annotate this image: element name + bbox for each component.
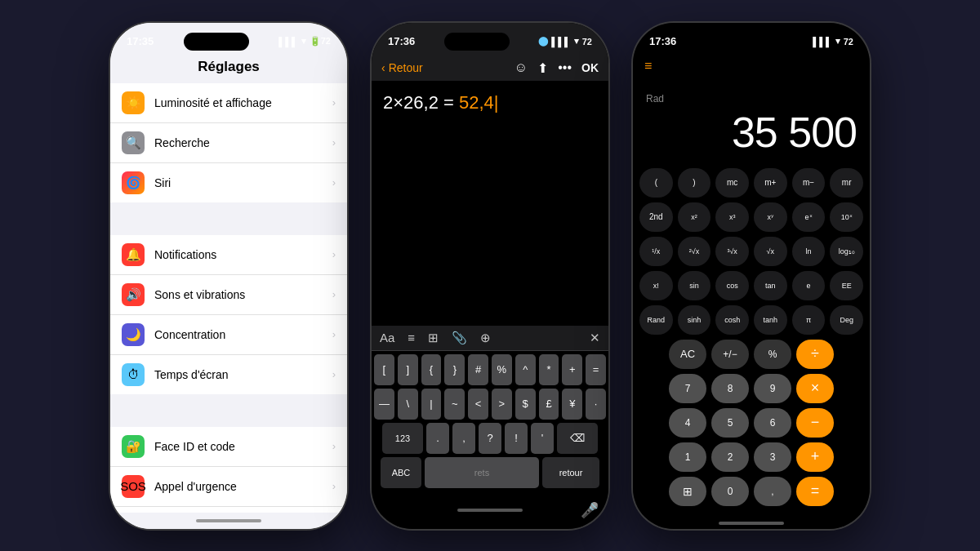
emoji-icon[interactable]: ☺ [514,60,528,75]
ok-button[interactable]: OK [581,61,599,74]
calc-btn-ex[interactable]: eˣ [792,202,826,232]
calc-btn-percent[interactable]: % [754,340,791,369]
calc-btn-0[interactable]: 0 [711,477,749,506]
calc-btn-x2[interactable]: x² [678,202,711,232]
calc-btn-2[interactable]: 2 [711,442,749,472]
calc-btn-5[interactable]: 5 [711,408,749,438]
close-keyboard-icon[interactable]: ✕ [590,331,600,345]
calc-btn-mminus[interactable]: m− [792,168,826,198]
settings-item-privacy[interactable]: ✋ Confidentialité et sécurité › [110,507,347,513]
key-backspace[interactable]: ⌫ [557,423,598,454]
calc-btn-2nd[interactable]: 2nd [639,202,673,232]
calc-menu-icon[interactable]: ≡ [644,59,652,73]
calc-btn-mr[interactable]: mr [830,168,863,198]
key-retour[interactable]: retour [542,457,599,488]
calc-btn-tan[interactable]: tan [754,271,787,300]
more-icon[interactable]: ••• [558,60,572,75]
key-equals[interactable]: = [586,354,606,385]
notes-back-button[interactable]: ‹ Retour [381,61,423,74]
calc-btn-inv[interactable]: ¹/x [639,237,673,266]
calc-btn-pi[interactable]: π [792,305,826,335]
settings-item-notifications[interactable]: 🔔 Notifications › [110,235,347,275]
attachment-icon[interactable]: 📎 [452,331,467,345]
key-gt[interactable]: > [492,389,512,420]
key-question[interactable]: ? [479,423,501,454]
table-icon[interactable]: ⊞ [428,331,439,345]
calc-btn-xfact[interactable]: x! [639,271,673,300]
key-pipe[interactable]: | [421,389,442,420]
calc-btn-tanh[interactable]: tanh [754,305,787,335]
key-space[interactable]: rets [425,457,539,488]
calc-btn-mplus[interactable]: m+ [754,168,787,198]
calc-btn-e[interactable]: e [792,271,826,300]
calc-btn-sin[interactable]: sin [678,271,711,300]
key-bracket-l[interactable]: [ [374,354,394,385]
key-percent[interactable]: % [492,354,512,385]
key-abc[interactable]: ABC [381,457,421,488]
draw-icon[interactable]: ⊕ [480,331,491,345]
list-icon[interactable]: ≡ [408,331,415,344]
calc-btn-mc[interactable]: mc [715,168,749,198]
key-caret[interactable]: ^ [515,354,536,385]
calc-btn-log10[interactable]: log₁₀ [830,237,863,266]
calc-btn-9[interactable]: 9 [754,374,791,403]
settings-item-emergency[interactable]: SOS Appel d'urgence › [110,467,347,507]
key-plus[interactable]: + [562,354,582,385]
calc-btn-x3[interactable]: x³ [715,202,749,232]
calc-btn-3[interactable]: 3 [754,442,791,472]
calc-btn-equals[interactable]: = [796,477,834,506]
settings-item-screentime[interactable]: ⏱ Temps d'écran › [110,355,347,394]
key-123[interactable]: 123 [382,423,423,454]
mic-button[interactable]: 🎤 [581,501,599,519]
key-pound[interactable]: £ [539,389,559,420]
key-brace-r[interactable]: } [444,354,465,385]
calc-btn-rand[interactable]: Rand [639,305,673,335]
key-backslash[interactable]: \ [398,389,418,420]
key-dollar[interactable]: $ [515,389,536,420]
calc-btn-sqrt[interactable]: √x [754,237,787,266]
calc-btn-paren-r[interactable]: ) [678,168,711,198]
key-star[interactable]: * [539,354,559,385]
settings-item-search[interactable]: 🔍 Recherche › [110,123,347,163]
settings-item-siri[interactable]: 🌀 Siri › [110,163,347,202]
calc-btn-grid[interactable]: ⊞ [669,477,706,506]
calc-btn-comma[interactable]: , [754,477,791,506]
calc-btn-sign[interactable]: +/− [711,340,749,369]
key-lt[interactable]: < [468,389,488,420]
key-yen[interactable]: ¥ [562,389,582,420]
calc-btn-1[interactable]: 1 [669,442,706,472]
key-hash[interactable]: # [468,354,488,385]
key-period[interactable]: . [426,423,449,454]
calc-btn-xy[interactable]: xʸ [754,202,787,232]
key-brace-l[interactable]: { [421,354,442,385]
calc-btn-8[interactable]: 8 [711,374,749,403]
calc-btn-ln[interactable]: ln [792,237,826,266]
key-exclaim[interactable]: ! [505,423,528,454]
calc-btn-sqrt2[interactable]: ²√x [678,237,711,266]
share-icon[interactable]: ⬆ [537,60,548,76]
calc-btn-10x[interactable]: 10ˣ [830,202,863,232]
key-bullet[interactable]: · [586,389,606,420]
calc-btn-sinh[interactable]: sinh [678,305,711,335]
calc-btn-sqrt3[interactable]: ³√x [715,237,749,266]
calc-btn-divide[interactable]: ÷ [796,340,834,369]
emoji-button[interactable]: ☺ [381,500,399,521]
settings-item-faceid[interactable]: 🔐 Face ID et code › [110,427,347,467]
settings-item-brightness[interactable]: ☀️ Luminosité et affichage › [110,83,347,123]
calc-btn-4[interactable]: 4 [669,408,706,438]
calc-btn-cosh[interactable]: cosh [715,305,749,335]
calc-btn-7[interactable]: 7 [669,374,706,403]
settings-item-sounds[interactable]: 🔊 Sons et vibrations › [110,275,347,315]
settings-item-focus[interactable]: 🌙 Concentration › [110,315,347,355]
calc-btn-cos[interactable]: cos [715,271,749,300]
calc-btn-6[interactable]: 6 [754,408,791,438]
format-aa-icon[interactable]: Aa [380,331,394,344]
calc-btn-deg[interactable]: Deg [830,305,863,335]
key-comma[interactable]: , [452,423,475,454]
calc-btn-paren-l[interactable]: ( [639,168,673,198]
key-bracket-r[interactable]: ] [398,354,418,385]
calc-btn-ac[interactable]: AC [669,340,706,369]
key-tilde[interactable]: ~ [444,389,465,420]
calc-btn-minus[interactable]: − [796,408,834,438]
calc-btn-ee[interactable]: EE [830,271,863,300]
